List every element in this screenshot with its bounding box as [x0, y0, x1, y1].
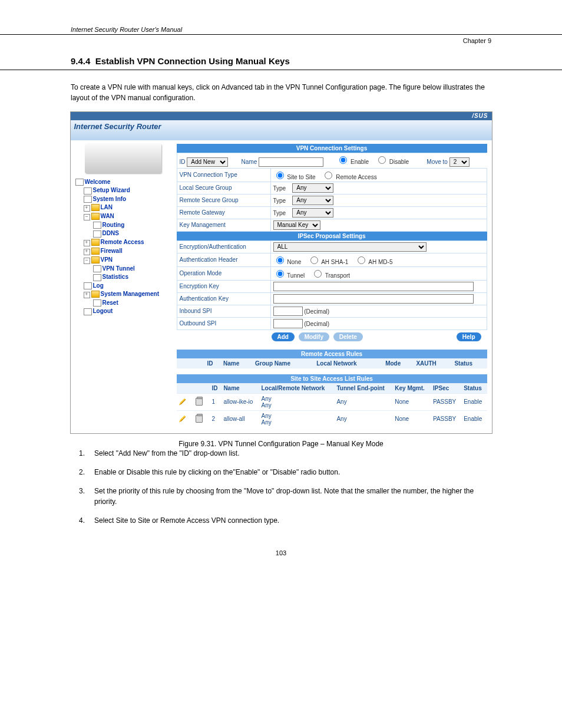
delete-icon[interactable]	[196, 415, 203, 423]
page-icon	[84, 187, 92, 195]
product-name: Internet Security Router	[71, 120, 492, 131]
step-4: 4.Select Site to Site or Remote Access V…	[0, 515, 562, 526]
delete-icon[interactable]	[196, 398, 203, 406]
collapse-icon[interactable]: −	[84, 258, 90, 264]
remote-access-radio[interactable]: Remote Access	[322, 174, 376, 180]
table-row[interactable]: 2 allow-all AnyAny Any None PASSBY Enabl…	[177, 410, 487, 427]
key-mgmt-select[interactable]: Manual Key	[273, 220, 320, 230]
disable-radio[interactable]: Disable	[375, 159, 409, 165]
step-2: 2.Enable or Disable this rule by clickin…	[0, 467, 562, 477]
id-select[interactable]: Add New	[187, 157, 228, 167]
conn-type-label: VPN Connection Type	[177, 168, 270, 182]
ah-sha1-radio[interactable]: AH SHA-1	[308, 259, 348, 265]
delete-button[interactable]: Delete	[333, 332, 363, 341]
vpn-settings-header: VPN Connection Settings	[177, 144, 487, 153]
enc-key-label: Encryption Key	[177, 280, 270, 292]
site-rules-table: ID Name Local/Remote Network Tunnel End-…	[177, 383, 487, 427]
page-icon	[93, 230, 101, 238]
remote-rules-table: ID Name Group Name Local Network Mode XA…	[177, 358, 487, 368]
tree-reset[interactable]: Reset	[75, 299, 173, 307]
collapse-icon[interactable]: −	[84, 214, 90, 220]
remote-gateway-label: Remote Gateway	[177, 206, 270, 219]
tree-welcome[interactable]: Welcome	[75, 178, 173, 186]
tree-vpn-tunnel[interactable]: VPN Tunnel	[75, 265, 173, 273]
transport-radio[interactable]: Transport	[311, 272, 350, 279]
expand-icon[interactable]: +	[84, 292, 90, 298]
router-image	[85, 144, 161, 173]
header-strip: Internet Security Router	[71, 120, 492, 140]
tree-system-info[interactable]: System Info	[75, 195, 173, 203]
outbound-spi-input[interactable]	[273, 319, 303, 328]
tree-vpn[interactable]: −VPN	[75, 256, 173, 265]
tree-firewall[interactable]: +Firewall	[75, 247, 173, 256]
tree-wan[interactable]: −WAN	[75, 212, 173, 221]
auth-key-label: Authentication Key	[177, 292, 270, 305]
tree-ddns[interactable]: DDNS	[75, 229, 173, 238]
section-title: 9.4.4 Establish VPN Connection Using Man…	[0, 44, 562, 70]
page-icon	[93, 274, 101, 281]
tree-system-management[interactable]: +System Management	[75, 290, 173, 299]
folder-open-icon	[91, 256, 100, 263]
inbound-spi-input[interactable]	[273, 307, 303, 316]
running-header: Internet Security Router User's Manual	[0, 24, 562, 35]
tree-routing[interactable]: Routing	[75, 221, 173, 229]
tree-logout[interactable]: Logout	[75, 307, 173, 315]
step-3: 3.Set the priority of this rule by choos…	[0, 486, 562, 507]
remote-type-select[interactable]: Any	[292, 196, 333, 205]
folder-icon	[91, 291, 100, 298]
tree-setup-wizard[interactable]: Setup Wizard	[75, 186, 173, 195]
tree-remote-access[interactable]: +Remote Access	[75, 238, 173, 247]
tree-statistics[interactable]: Statistics	[75, 273, 173, 281]
page-icon	[84, 282, 92, 289]
tunnel-radio[interactable]: Tunnel	[273, 272, 305, 279]
ah-md5-radio[interactable]: AH MD-5	[355, 259, 392, 265]
folder-icon	[91, 204, 100, 211]
id-label: ID	[180, 159, 186, 165]
name-input[interactable]	[259, 157, 323, 167]
page-number: 103	[0, 549, 562, 556]
help-button[interactable]: Help	[457, 332, 481, 341]
chapter-label: Chapter 9	[0, 35, 562, 44]
enc-auth-label: Encryption/Authentication	[177, 241, 270, 253]
page-icon	[84, 308, 92, 315]
enc-key-input[interactable]	[273, 282, 474, 291]
modify-button[interactable]: Modify	[299, 332, 329, 341]
table-row[interactable]: 1 allow-ike-io AnyAny Any None PASSBY En…	[177, 393, 487, 410]
site-to-site-radio[interactable]: Site to Site	[273, 174, 316, 180]
page-icon	[84, 196, 92, 203]
enc-auth-select[interactable]: ALL	[273, 242, 427, 252]
intro-paragraph: To create a VPN rule with manual keys, c…	[0, 82, 562, 103]
op-mode-label: Operation Mode	[177, 266, 270, 280]
ah-none-radio[interactable]: None	[273, 259, 302, 265]
move-to-select[interactable]: 2	[449, 157, 470, 167]
site-rules-header: Site to Site Access List Rules	[177, 374, 487, 383]
screenshot-container: /SUS Internet Security Router Welcome Se…	[70, 111, 492, 434]
folder-icon	[91, 239, 100, 246]
inbound-spi-label: Inbound SPI	[177, 305, 270, 317]
tree-lan[interactable]: +LAN	[75, 203, 173, 212]
gateway-type-select[interactable]: Any	[292, 208, 333, 218]
expand-icon[interactable]: +	[84, 205, 90, 212]
figure-caption: Figure 9.31. VPN Tunnel Configuration Pa…	[0, 440, 562, 448]
enable-radio[interactable]: Enable	[336, 159, 369, 165]
name-label: Name	[242, 159, 257, 165]
key-mgmt-label: Key Management	[177, 219, 270, 231]
ipsec-settings-header: IPSec Proposal Settings	[177, 232, 487, 241]
main-pane: VPN Connection Settings ID Add New Name …	[176, 140, 492, 433]
auth-key-input[interactable]	[273, 294, 474, 304]
tree-log[interactable]: Log	[75, 282, 173, 290]
add-button[interactable]: Add	[272, 332, 295, 341]
auth-header-label: Authentication Header	[177, 253, 270, 266]
nav-tree: Welcome Setup Wizard System Info +LAN −W…	[71, 140, 176, 322]
outbound-spi-label: Outbound SPI	[177, 317, 270, 330]
folder-icon	[91, 213, 100, 220]
edit-icon[interactable]	[179, 398, 186, 406]
folder-icon	[91, 248, 100, 255]
local-type-select[interactable]: Any	[292, 183, 333, 193]
button-row: Add Modify Delete Help	[177, 330, 487, 344]
move-to-label: Move to	[427, 159, 448, 165]
edit-icon[interactable]	[179, 416, 186, 423]
expand-icon[interactable]: +	[84, 249, 90, 255]
brand-logo: /SUS	[472, 113, 488, 119]
expand-icon[interactable]: +	[84, 240, 90, 246]
